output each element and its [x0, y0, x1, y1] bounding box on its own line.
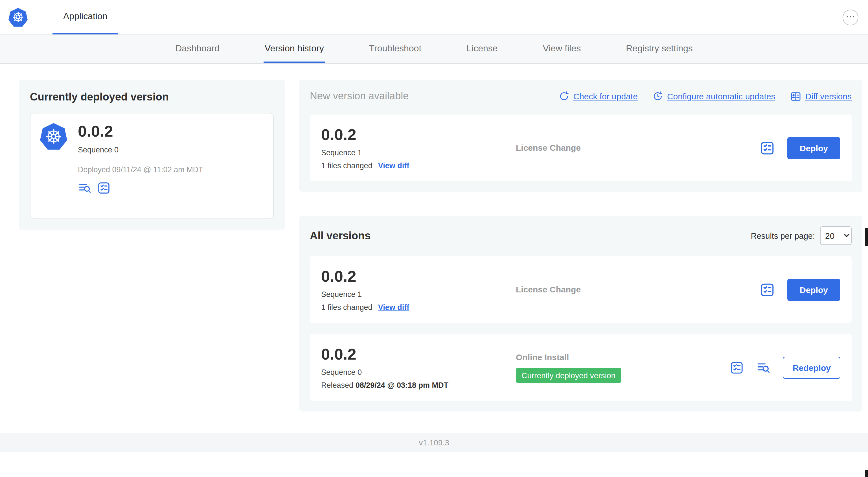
page: ☸ Application ⋯ Dashboard Version histor…: [0, 0, 868, 477]
results-per-page-label: Results per page:: [751, 231, 815, 240]
version-number: 0.0.2: [321, 268, 516, 286]
configure-automatic-updates-link[interactable]: Configure automatic updates: [652, 91, 775, 101]
kubernetes-app-icon: ☸: [40, 123, 67, 150]
clock-refresh-icon: [652, 91, 663, 101]
currently-deployed-badge: Currently deployed version: [516, 368, 621, 383]
version-info: 0.0.2 Sequence 1 1 files changed View di…: [321, 268, 516, 311]
new-version-card: New version available Check for update C…: [299, 80, 862, 192]
currently-deployed-heading: Currently deployed version: [30, 91, 274, 103]
currently-deployed-card: Currently deployed version ☸ 0.0.2 Seque…: [19, 80, 285, 230]
scrollbar-thumb[interactable]: [865, 470, 868, 477]
version-number: 0.0.2: [321, 126, 516, 144]
main-content: Currently deployed version ☸ 0.0.2 Seque…: [0, 64, 868, 412]
tab-license[interactable]: License: [465, 35, 499, 63]
version-sequence: Sequence 1: [321, 290, 516, 298]
current-version-actions: [78, 181, 203, 195]
kubernetes-logo-icon: ☸: [8, 8, 28, 27]
app-version-label: v1.109.3: [419, 438, 449, 447]
version-info: 0.0.2 Sequence 1 1 files changed View di…: [321, 126, 516, 170]
new-version-actions: Check for update Configure automatic upd…: [558, 91, 851, 102]
more-options-button[interactable]: ⋯: [843, 9, 859, 25]
version-sequence: Sequence 0: [321, 368, 516, 376]
tab-troubleshoot[interactable]: Troubleshoot: [368, 35, 423, 63]
tab-application[interactable]: Application: [53, 0, 118, 34]
new-version-heading: New version available: [310, 90, 409, 102]
preflight-checks-button[interactable]: [97, 181, 111, 195]
page-nav: Dashboard Version history Troubleshoot L…: [0, 35, 868, 64]
all-versions-card: All versions Results per page: 20 0.0.2 …: [299, 216, 862, 412]
tab-dashboard[interactable]: Dashboard: [174, 35, 221, 63]
version-info: 0.0.2 Sequence 0 Released 08/29/24 @ 03:…: [321, 346, 516, 389]
kubernetes-wheel-glyph: ☸: [12, 9, 24, 25]
version-row: 0.0.2 Sequence 0 Released 08/29/24 @ 03:…: [310, 334, 851, 401]
ellipsis-icon: ⋯: [846, 12, 855, 22]
checklist-icon: [760, 140, 775, 155]
new-version-header: New version available Check for update C…: [310, 90, 851, 102]
version-row: 0.0.2 Sequence 1 1 files changed View di…: [310, 256, 851, 323]
diff-versions-link[interactable]: Diff versions: [790, 91, 851, 102]
preflight-checks-button[interactable]: [760, 140, 775, 155]
released-label: Released: [321, 381, 353, 389]
checklist-icon: [730, 360, 744, 375]
right-column: New version available Check for update C…: [299, 80, 862, 412]
files-changed-line: 1 files changed View diff: [321, 161, 516, 170]
redeploy-button[interactable]: Redeploy: [783, 356, 840, 379]
files-changed-line: 1 files changed View diff: [321, 303, 516, 311]
version-actions: Redeploy: [730, 356, 840, 379]
current-version-sequence: Sequence 0: [78, 146, 203, 154]
version-source: License Change: [516, 285, 760, 295]
version-number: 0.0.2: [321, 346, 516, 364]
tab-view-files[interactable]: View files: [542, 35, 582, 63]
view-logs-button[interactable]: [756, 360, 771, 375]
view-logs-button[interactable]: [78, 181, 91, 195]
tab-version-history[interactable]: Version history: [264, 35, 325, 63]
checklist-icon: [760, 282, 775, 297]
check-for-update-link[interactable]: Check for update: [558, 91, 638, 101]
preflight-checks-button[interactable]: [730, 360, 744, 375]
app-title: Application: [63, 11, 107, 22]
deploy-button[interactable]: Deploy: [787, 278, 840, 301]
tab-registry-settings[interactable]: Registry settings: [625, 35, 694, 63]
all-versions-header: All versions Results per page: 20: [310, 226, 851, 245]
current-version-box: ☸ 0.0.2 Sequence 0 Deployed 09/11/24 @ 1…: [30, 113, 274, 219]
deploy-button[interactable]: Deploy: [787, 137, 840, 159]
app-header: ☸ Application ⋯: [0, 0, 868, 35]
refresh-icon: [558, 91, 569, 101]
released-line: Released 08/29/24 @ 03:18 pm MDT: [321, 381, 516, 389]
version-actions: Deploy: [760, 278, 840, 301]
diff-table-icon: [790, 91, 801, 102]
kubernetes-wheel-glyph: ☸: [45, 125, 62, 148]
new-version-row: 0.0.2 Sequence 1 1 files changed View di…: [310, 115, 851, 181]
released-date: 08/29/24 @ 03:18 pm MDT: [355, 381, 449, 389]
version-source: Online Install Currently deployed versio…: [516, 352, 730, 383]
logs-magnifier-icon: [78, 181, 91, 195]
files-changed-count: 1 files changed: [321, 303, 372, 311]
files-changed-count: 1 files changed: [321, 161, 372, 170]
results-per-page-select[interactable]: 20: [820, 226, 851, 245]
version-source: License Change: [516, 143, 760, 153]
view-diff-link[interactable]: View diff: [378, 161, 409, 170]
version-sequence: Sequence 1: [321, 148, 516, 157]
results-per-page: Results per page: 20: [751, 226, 851, 245]
version-actions: Deploy: [760, 137, 840, 159]
current-version-number: 0.0.2: [78, 123, 203, 141]
checklist-icon: [97, 181, 111, 195]
scrollbar-thumb[interactable]: [865, 228, 868, 246]
view-diff-link[interactable]: View diff: [378, 303, 409, 311]
all-versions-heading: All versions: [310, 230, 371, 242]
current-version-details: 0.0.2 Sequence 0 Deployed 09/11/24 @ 11:…: [78, 123, 203, 209]
app-footer: v1.109.3: [0, 433, 868, 452]
preflight-checks-button[interactable]: [760, 282, 775, 297]
logs-magnifier-icon: [756, 360, 771, 375]
current-version-deployed-at: Deployed 09/11/24 @ 11:02 am MDT: [78, 166, 203, 174]
